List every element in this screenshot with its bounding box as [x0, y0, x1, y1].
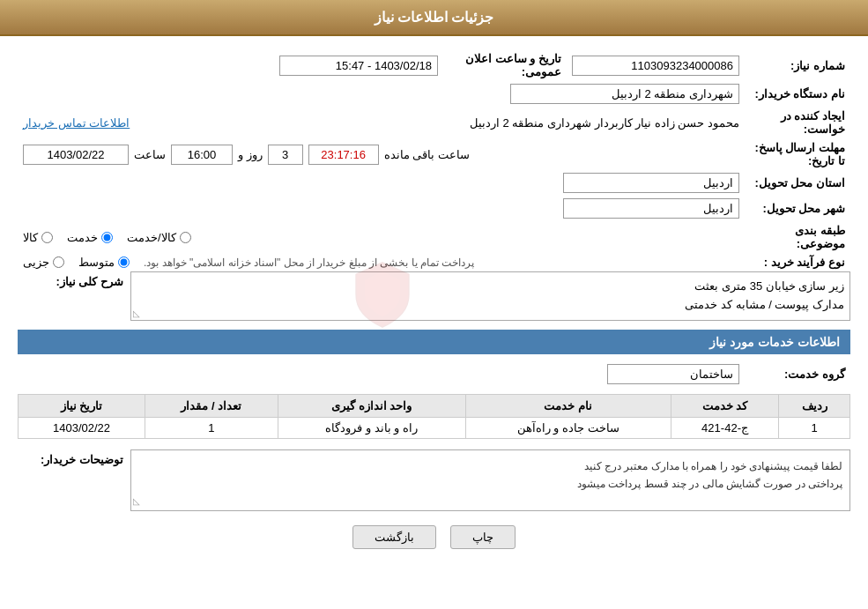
category-kala-label: کالا [23, 231, 38, 244]
buyer-desc-value: لطفا قیمت پیشنهادی خود را همراه با مدارک… [138, 457, 842, 494]
main-content: شماره نیاز: 1103093234000086 تاریخ و ساع… [0, 36, 868, 576]
cell-qty: 1 [145, 417, 278, 438]
buyer-desc-label: توضیحات خریدار: [18, 449, 123, 466]
page-title: جزئیات اطلاعات نیاز [375, 10, 494, 25]
creator-link-cell: اطلاعات تماس خریدار [18, 107, 443, 138]
service-group-value-cell: ساختمان [18, 361, 745, 387]
row-creator: ایجاد کننده در خواست: محمود حسن زاده نیا… [18, 107, 850, 138]
deadline-days-value: 3 [268, 145, 303, 165]
service-group-table: گروه خدمت: ساختمان [18, 361, 850, 387]
buyer-org-label: نام دستگاه خریدار: [745, 81, 850, 107]
buyer-org-value: شهرداری منطقه 2 اردبیل [510, 84, 739, 104]
need-desc-container: زیر سازی خیابان 35 متری بعثت مدارک پیوست… [130, 271, 850, 321]
desc-resize-icon: ◺ [133, 308, 140, 318]
province-value: اردبیل [563, 173, 739, 193]
announce-date-value: 1403/02/18 - 15:47 [279, 56, 438, 76]
need-number-value: 1103093234000086 [572, 56, 739, 76]
category-label: طبقه بندی موضوعی: [745, 221, 850, 253]
need-desc-section: شرح کلی نیاز: زیر سازی خیابان 35 متری بع… [18, 271, 850, 321]
col-need-date: تاریخ نیاز [19, 394, 145, 417]
need-number-value-cell: 1103093234000086 [567, 49, 745, 81]
page-header: جزئیات اطلاعات نیاز [0, 0, 868, 36]
main-info-table: شماره نیاز: 1103093234000086 تاریخ و ساع… [18, 49, 850, 271]
category-kala-khadamat-label: کالا/خدمت [127, 231, 176, 244]
deadline-time-value: 16:00 [171, 145, 233, 165]
service-group-row: گروه خدمت: ساختمان [18, 361, 850, 387]
col-service-name: نام خدمت [465, 394, 671, 417]
deadline-time-label: ساعت [134, 148, 166, 161]
buyer-desc-section: توضیحات خریدار: لطفا قیمت پیشنهادی خود ر… [18, 449, 850, 511]
need-desc-box: زیر سازی خیابان 35 متری بعثت مدارک پیوست… [130, 271, 850, 321]
print-button[interactable]: چاپ [450, 525, 516, 549]
back-button[interactable]: بازگشت [352, 525, 436, 549]
purchase-type-radio-group: جزیی متوسط [23, 256, 130, 269]
province-value-cell: اردبیل [18, 170, 745, 196]
need-desc-value: زیر سازی خیابان 35 متری بعثت مدارک پیوست… [137, 278, 844, 315]
city-value-cell: اردبیل [18, 196, 745, 221]
category-options-cell: کالا خدمت کالا/خدمت [18, 221, 745, 253]
purchase-type-row: جزیی متوسط پرداخت تمام یا بخشی از مبلغ خ… [23, 256, 739, 269]
creator-value: محمود حسن زاده نیار کاربردار شهرداری منط… [470, 116, 739, 130]
purchase-type-jozii-label: جزیی [23, 256, 49, 269]
table-row: 1 ج-42-421 ساخت جاده و راه‌آهن راه و بان… [19, 417, 850, 438]
category-kala-item: کالا [23, 231, 53, 244]
category-kala-radio[interactable] [41, 232, 53, 243]
purchase-type-jozii-radio[interactable] [53, 256, 64, 268]
purchase-type-mutavaset-item: متوسط [78, 256, 130, 269]
cell-unit: راه و باند و فرودگاه [278, 417, 465, 438]
row-category: طبقه بندی موضوعی: کالا خدمت کالا/خدمت [18, 221, 850, 253]
service-group-value: ساختمان [607, 364, 739, 384]
deadline-remaining-value: 23:17:16 [308, 145, 379, 165]
deadline-timer-row: 1403/02/22 ساعت 16:00 روز و 3 23:17:16 س… [23, 145, 739, 165]
city-value: اردبیل [563, 198, 739, 219]
service-group-label: گروه خدمت: [745, 361, 850, 387]
creator-contact-link[interactable]: اطلاعات تماس خریدار [23, 116, 130, 130]
cell-need-date: 1403/02/22 [19, 417, 145, 438]
services-section-header: اطلاعات خدمات مورد نیاز [18, 330, 850, 354]
category-radio-group: کالا خدمت کالا/خدمت [23, 231, 739, 244]
cell-row-num: 1 [779, 417, 850, 438]
buyer-desc-box: لطفا قیمت پیشنهادی خود را همراه با مدارک… [130, 449, 850, 511]
row-buyer-org: نام دستگاه خریدار: شهرداری منطقه 2 اردبی… [18, 81, 850, 107]
announce-date-value-cell: 1403/02/18 - 15:47 [18, 49, 443, 81]
col-row-num: ردیف [779, 394, 850, 417]
services-section-label: اطلاعات خدمات مورد نیاز [709, 335, 840, 349]
buyer-desc-container: لطفا قیمت پیشنهادی خود را همراه با مدارک… [130, 449, 850, 511]
category-kala-khadamat-item: کالا/خدمت [127, 231, 191, 244]
services-data-table: ردیف کد خدمت نام خدمت واحد اندازه گیری ت… [18, 394, 850, 439]
cell-service-name: ساخت جاده و راه‌آهن [465, 417, 671, 438]
row-purchase-type: نوع فرآیند خرید : جزیی متوسط [18, 253, 850, 271]
purchase-type-cell: جزیی متوسط پرداخت تمام یا بخشی از مبلغ خ… [18, 253, 745, 271]
services-table-head: ردیف کد خدمت نام خدمت واحد اندازه گیری ت… [19, 394, 850, 417]
cell-service-code: ج-42-421 [671, 417, 779, 438]
buyer-org-value-cell: شهرداری منطقه 2 اردبیل [18, 81, 745, 107]
category-kala-khadamat-radio[interactable] [180, 232, 191, 243]
need-desc-label: شرح کلی نیاز: [18, 271, 123, 288]
col-qty: تعداد / مقدار [145, 394, 278, 417]
row-need-number: شماره نیاز: 1103093234000086 تاریخ و ساع… [18, 49, 850, 81]
row-city: شهر محل تحویل: اردبیل [18, 196, 850, 221]
page-wrapper: جزئیات اطلاعات نیاز شماره نیاز: 11030932… [0, 0, 868, 609]
category-khadamat-item: خدمت [67, 231, 113, 244]
deadline-days-label: روز و [238, 148, 263, 161]
services-table-body: 1 ج-42-421 ساخت جاده و راه‌آهن راه و بان… [19, 417, 850, 438]
deadline-value-cell: 1403/02/22 ساعت 16:00 روز و 3 23:17:16 س… [18, 138, 745, 170]
action-buttons-row: چاپ بازگشت [18, 525, 850, 563]
purchase-type-mutavaset-label: متوسط [78, 256, 115, 269]
need-number-label: شماره نیاز: [745, 49, 850, 81]
row-deadline: مهلت ارسال پاسخ: تا تاریخ: 1403/02/22 سا… [18, 138, 850, 170]
announce-date-label: تاریخ و ساعت اعلان عمومی: [443, 49, 567, 81]
row-province: استان محل تحویل: اردبیل [18, 170, 850, 196]
buyer-desc-resize-icon: ◺ [133, 494, 140, 509]
creator-value-cell: محمود حسن زاده نیار کاربردار شهرداری منط… [443, 107, 745, 138]
category-khadamat-label: خدمت [67, 231, 98, 244]
purchase-type-jozii-item: جزیی [23, 256, 64, 269]
col-service-code: کد خدمت [671, 394, 779, 417]
deadline-date-value: 1403/02/22 [23, 145, 129, 165]
city-label: شهر محل تحویل: [745, 196, 850, 221]
creator-label: ایجاد کننده در خواست: [745, 107, 850, 138]
province-label: استان محل تحویل: [745, 170, 850, 196]
category-khadamat-radio[interactable] [101, 232, 113, 243]
purchase-type-mutavaset-radio[interactable] [118, 256, 130, 268]
purchase-type-note: پرداخت تمام یا بخشی از مبلغ خریدار از مح… [144, 256, 474, 269]
